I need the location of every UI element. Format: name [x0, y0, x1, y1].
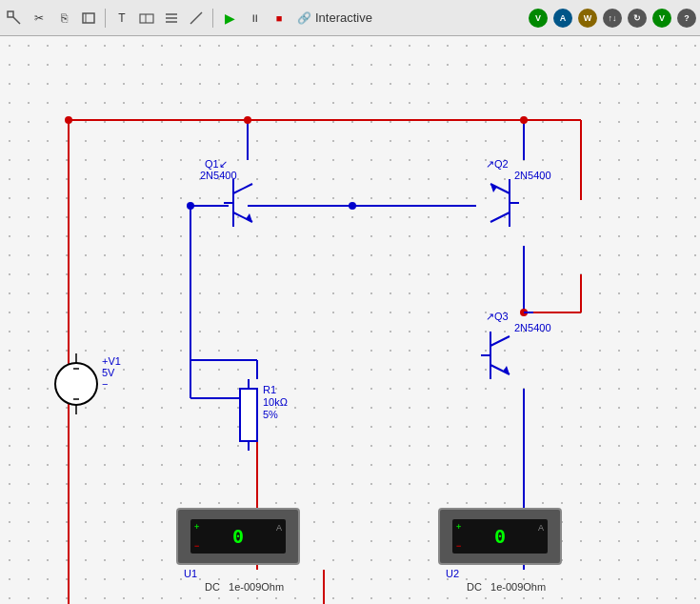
circuit-canvas[interactable]: +V1 5V − Q1↙ 2N5400 ↗Q2 2N5400 — [0, 36, 700, 604]
play-button[interactable]: ▶ — [219, 8, 240, 29]
q2-type: 2N5400 — [514, 170, 551, 181]
u1-meter[interactable]: + 0 A − — [176, 508, 300, 565]
svg-rect-60 — [240, 389, 257, 441]
q1-component[interactable]: Q1↙ 2N5400 — [219, 170, 267, 240]
select-button[interactable] — [4, 8, 25, 29]
q1-type: 2N5400 — [200, 170, 237, 181]
u2-screen: + 0 A − — [452, 519, 548, 554]
u1-screen: + 0 A − — [190, 519, 286, 554]
u1-unit: A — [276, 523, 282, 533]
u2-value: 0 — [494, 525, 506, 548]
svg-line-9 — [190, 12, 202, 24]
r1-label: R1 — [263, 384, 276, 395]
u1-type: DC 1e-009Ohm — [205, 581, 284, 593]
pause-button[interactable]: ⏸ — [244, 8, 265, 29]
cut-button[interactable]: ✂ — [29, 8, 50, 29]
r1-component[interactable]: R1 10kΩ 5% — [236, 379, 261, 459]
circuit-wires — [0, 36, 700, 604]
volt2-btn[interactable]: V — [652, 9, 671, 28]
u1-value: 0 — [232, 525, 244, 548]
u2-plus: + — [456, 522, 461, 532]
v1-minus: − — [102, 378, 108, 390]
mode-text: Interactive — [315, 10, 372, 25]
help-btn[interactable]: ? — [677, 9, 696, 28]
text-button[interactable]: T — [111, 8, 132, 29]
q3-type: 2N5400 — [514, 322, 551, 333]
svg-line-55 — [490, 336, 510, 346]
table-button[interactable] — [136, 8, 157, 29]
svg-point-38 — [187, 202, 194, 210]
separator-1 — [105, 9, 106, 28]
q3-arrow: ↗Q3 — [486, 311, 509, 323]
toolbar-right: V A W ↑↓ ↻ V ? — [529, 9, 696, 28]
u2-meter[interactable]: + 0 A − — [438, 508, 562, 565]
q3-component[interactable]: ↗Q3 2N5400 — [476, 322, 524, 393]
r1-value: 10kΩ — [263, 396, 288, 408]
svg-point-27 — [520, 116, 528, 124]
updown-btn[interactable]: ↑↓ — [603, 9, 622, 28]
separator-2 — [212, 9, 213, 28]
svg-line-45 — [233, 184, 252, 193]
v1-value: 5V — [102, 367, 114, 378]
u2-unit: A — [538, 523, 544, 533]
stop-button[interactable]: ■ — [269, 8, 290, 29]
copy-button[interactable]: ⎘ — [53, 8, 74, 29]
q2-arrow: ↗Q2 — [486, 158, 509, 171]
toolbar: ✂ ⎘ T ▶ ⏸ ■ 🔗 Interactive V A W ↑↓ ↻ V ? — [0, 0, 700, 36]
svg-rect-2 — [83, 13, 94, 23]
measure-button[interactable] — [186, 8, 207, 29]
u1-plus: + — [194, 522, 199, 532]
r1-tolerance: 5% — [263, 409, 278, 420]
watt-btn[interactable]: W — [578, 9, 597, 28]
svg-rect-0 — [8, 11, 13, 17]
amp-btn[interactable]: A — [553, 9, 572, 28]
v1-component[interactable]: +V1 5V − — [52, 346, 100, 426]
q2-component[interactable]: ↗Q2 2N5400 — [476, 170, 524, 240]
volt-btn[interactable]: V — [529, 9, 548, 28]
mode-label: 🔗 Interactive — [297, 10, 372, 25]
link-icon: 🔗 — [297, 11, 311, 25]
rotate-btn[interactable]: ↻ — [628, 9, 647, 28]
u2-label: U2 — [446, 568, 459, 579]
align-button[interactable] — [161, 8, 182, 29]
svg-point-21 — [244, 116, 251, 124]
u1-label: U1 — [184, 568, 197, 579]
svg-rect-4 — [140, 14, 153, 23]
schematic-button[interactable] — [78, 8, 99, 29]
v1-label: +V1 — [102, 355, 121, 367]
svg-line-1 — [13, 17, 20, 24]
u1-minus: − — [194, 541, 199, 551]
svg-line-51 — [490, 212, 510, 222]
u2-type: DC 1e-009Ohm — [467, 581, 546, 593]
u2-minus: − — [456, 541, 461, 551]
